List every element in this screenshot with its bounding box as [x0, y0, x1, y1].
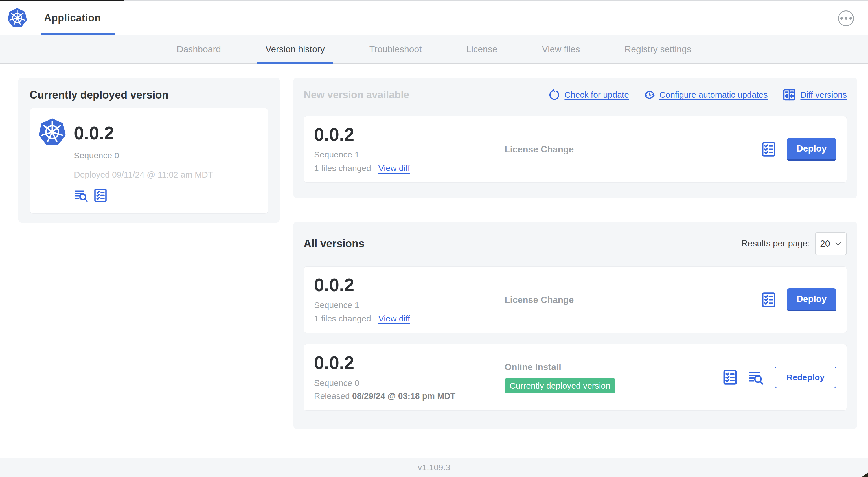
tab-license[interactable]: License: [465, 35, 498, 63]
currently-deployed-badge: Currently deployed version: [504, 379, 615, 393]
kubernetes-logo-icon: [38, 118, 66, 147]
tab-view-files[interactable]: View files: [541, 35, 581, 63]
version-row: 0.0.2 Sequence 1 1 files changed View di…: [304, 266, 847, 333]
released-label: Released 08/29/24 @ 03:18 pm MDT: [314, 391, 456, 401]
current-sequence: Sequence 0: [74, 151, 213, 160]
release-notes-icon[interactable]: [74, 188, 89, 203]
tab-version-history[interactable]: Version history: [265, 35, 326, 63]
diff-versions-link[interactable]: Diff versions: [782, 88, 847, 101]
new-version-title: New version available: [304, 89, 409, 101]
version-source: License Change: [504, 295, 761, 305]
app-header: Application: [0, 1, 868, 35]
nav-tabbar: Dashboard Version history Troubleshoot L…: [0, 35, 868, 64]
version-number: 0.0.2: [314, 276, 504, 294]
preflight-checklist-icon[interactable]: [761, 141, 777, 158]
version-number: 0.0.2: [314, 126, 504, 144]
schedule-update-icon: [644, 89, 655, 101]
version-sequence: Sequence 1: [314, 150, 504, 159]
files-changed-label: 1 files changed: [314, 163, 371, 173]
cursor-artifact: [862, 473, 868, 477]
version-source: Online Install: [504, 362, 722, 372]
currently-deployed-heading: Currently deployed version: [30, 89, 268, 101]
version-sequence: Sequence 1: [314, 300, 504, 310]
files-changed-label: 1 files changed: [314, 314, 371, 324]
currently-deployed-card: 0.0.2 Sequence 0 Deployed 09/11/24 @ 11:…: [30, 108, 268, 214]
console-version: v1.109.3: [417, 463, 450, 472]
configure-automatic-updates-link[interactable]: Configure automatic updates: [644, 89, 768, 101]
version-source: License Change: [504, 144, 761, 155]
deploy-button[interactable]: Deploy: [787, 289, 836, 311]
refresh-icon: [549, 89, 560, 101]
footer: v1.109.3: [0, 457, 868, 477]
overflow-menu-button[interactable]: [838, 10, 854, 26]
preflight-checklist-icon[interactable]: [93, 188, 108, 203]
preflight-checklist-icon[interactable]: [722, 369, 738, 386]
diff-icon: [782, 88, 796, 101]
tab-troubleshoot[interactable]: Troubleshoot: [368, 35, 423, 63]
deploy-button[interactable]: Deploy: [787, 138, 836, 161]
release-notes-icon[interactable]: [748, 369, 765, 386]
new-version-row: 0.0.2 Sequence 1 1 files changed View di…: [304, 116, 847, 183]
version-sequence: Sequence 0: [314, 378, 504, 388]
view-diff-link[interactable]: View diff: [378, 314, 410, 324]
ellipsis-icon: [840, 17, 843, 20]
redeploy-button[interactable]: Redeploy: [775, 367, 836, 388]
current-deployed-timestamp: Deployed 09/11/24 @ 11:02 am MDT: [74, 170, 213, 180]
version-row: 0.0.2 Sequence 0 Released 08/29/24 @ 03:…: [304, 344, 847, 411]
released-date: 08/29/24 @ 03:18 pm MDT: [352, 391, 456, 400]
tab-dashboard[interactable]: Dashboard: [176, 35, 222, 63]
all-versions-heading: All versions: [304, 238, 364, 250]
new-version-panel: New version available Check for update C…: [293, 78, 857, 198]
check-for-update-link[interactable]: Check for update: [549, 89, 629, 101]
preflight-checklist-icon[interactable]: [761, 291, 777, 308]
view-diff-link[interactable]: View diff: [378, 163, 410, 173]
tab-registry-settings[interactable]: Registry settings: [623, 35, 692, 63]
current-version-number: 0.0.2: [74, 124, 213, 143]
currently-deployed-panel: Currently deployed version 0.0.2 Sequenc…: [18, 78, 280, 223]
version-number: 0.0.2: [314, 354, 504, 372]
all-versions-panel: All versions Results per page: 20 0.0.2 …: [293, 221, 857, 429]
app-title: Application: [44, 12, 101, 24]
results-per-page-label: Results per page:: [741, 239, 810, 249]
results-per-page-select[interactable]: 20: [815, 232, 847, 256]
kubernetes-logo-icon: [7, 8, 27, 28]
chevron-down-icon: [834, 241, 842, 246]
